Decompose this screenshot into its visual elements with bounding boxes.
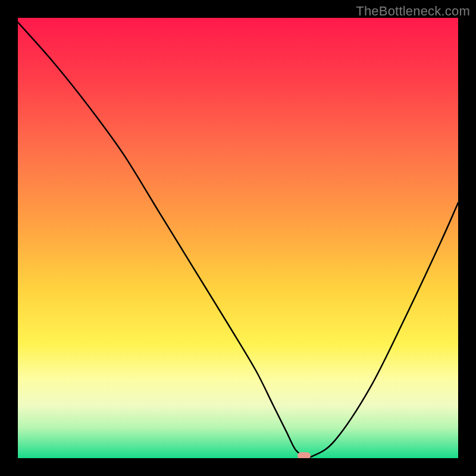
- bottleneck-curve: [18, 18, 458, 458]
- plot-area: [18, 18, 458, 458]
- optimal-point-marker: [298, 452, 311, 458]
- watermark-text: TheBottleneck.com: [356, 4, 470, 19]
- chart-frame: TheBottleneck.com: [0, 0, 476, 476]
